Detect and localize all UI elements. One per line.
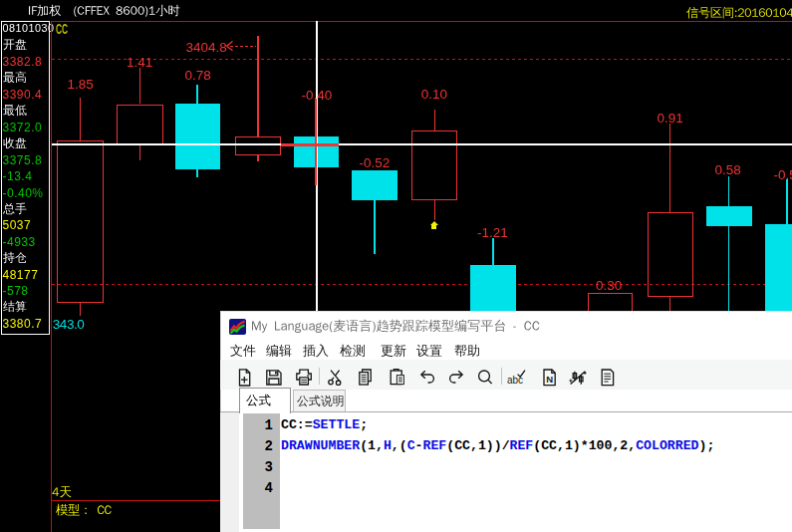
svg-text:N: N: [546, 373, 553, 384]
